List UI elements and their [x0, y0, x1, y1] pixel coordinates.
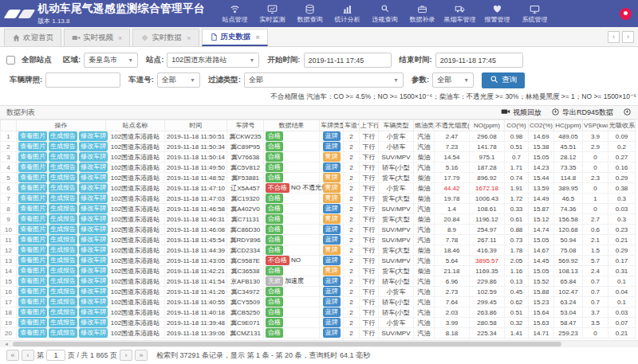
action-button-修改车牌[interactable]: 修改车牌	[79, 235, 108, 245]
action-button-修改车牌[interactable]: 修改车牌	[79, 214, 108, 224]
action-button-修改车牌[interactable]: 修改车牌	[79, 225, 108, 234]
action-button-生成报告[interactable]: 生成报告	[49, 276, 77, 286]
last-page-button[interactable]: »	[135, 350, 148, 361]
action-button-修改车牌[interactable]: 修改车牌	[79, 183, 108, 193]
tab-close-icon[interactable]: ×	[256, 33, 260, 41]
nav-item-报警管理[interactable]: 报警管理	[478, 4, 516, 23]
action-button-生成报告[interactable]: 生成报告	[49, 297, 77, 307]
param-select[interactable]: 全部 ▼	[432, 72, 474, 88]
action-button-修改车牌[interactable]: 修改车牌	[79, 204, 108, 213]
scrollbar-left-arrow-icon[interactable]: ◂	[2, 341, 11, 347]
nav-item-黑烟车管理[interactable]: 黑烟车管理	[441, 4, 478, 23]
action-button-生成报告[interactable]: 生成报告	[49, 173, 77, 182]
action-button-生成报告[interactable]: 生成报告	[49, 328, 77, 338]
action-button-生成报告[interactable]: 生成报告	[49, 183, 77, 193]
action-button-修改车牌[interactable]: 修改车牌	[79, 245, 108, 255]
action-button-修改车牌[interactable]: 修改车牌	[79, 276, 108, 286]
nav-item-数据补录[interactable]: 数据补录	[404, 4, 441, 23]
action-button-生成报告[interactable]: 生成报告	[49, 307, 77, 317]
action-button-查看图片[interactable]: 查看图片	[18, 307, 47, 317]
action-button-查看图片[interactable]: 查看图片	[18, 287, 47, 296]
action-button-修改车牌[interactable]: 修改车牌	[79, 297, 108, 307]
tab-scroll-left-icon[interactable]: ‹	[608, 31, 620, 43]
tab-实时数据[interactable]: 实时数据×	[132, 29, 199, 46]
start-time-input[interactable]: 2019-11-11 17:45	[304, 53, 392, 68]
scrollbar-thumb[interactable]	[13, 342, 561, 346]
all-sites-checkbox[interactable]	[6, 56, 15, 65]
action-button-生成报告[interactable]: 生成报告	[49, 214, 77, 224]
action-button-修改车牌[interactable]: 修改车牌	[79, 328, 108, 338]
action-button-生成报告[interactable]: 生成报告	[49, 131, 77, 141]
lane-select[interactable]: 全部 ▼	[157, 72, 200, 88]
action-button-修改车牌[interactable]: 修改车牌	[79, 142, 108, 151]
action-button-查看图片[interactable]: 查看图片	[18, 204, 47, 213]
action-button-修改车牌[interactable]: 修改车牌	[79, 266, 108, 276]
action-button-查看图片[interactable]: 查看图片	[18, 214, 47, 224]
filter-type-select[interactable]: 全部 ▼	[244, 72, 404, 88]
page-number-input[interactable]	[46, 350, 65, 361]
action-button-生成报告[interactable]: 生成报告	[49, 245, 77, 255]
action-button-修改车牌[interactable]: 修改车牌	[79, 307, 108, 317]
action-button-查看图片[interactable]: 查看图片	[18, 194, 47, 203]
tab-scroll-right-icon[interactable]: ›	[622, 31, 634, 43]
action-button-查看图片[interactable]: 查看图片	[18, 173, 47, 182]
action-button-修改车牌[interactable]: 修改车牌	[79, 194, 108, 203]
action-button-修改车牌[interactable]: 修改车牌	[79, 162, 108, 172]
action-button-查看图片[interactable]: 查看图片	[18, 152, 47, 162]
action-button-查看图片[interactable]: 查看图片	[18, 225, 47, 234]
plate-input[interactable]	[45, 72, 120, 88]
action-button-修改车牌[interactable]: 修改车牌	[79, 152, 108, 162]
action-button-生成报告[interactable]: 生成报告	[49, 225, 77, 234]
more-tools-icon[interactable]	[623, 108, 632, 118]
nav-item-站点管理[interactable]: 站点管理	[216, 4, 254, 23]
action-button-修改车牌[interactable]: 修改车牌	[79, 318, 108, 327]
action-button-修改车牌[interactable]: 修改车牌	[79, 173, 108, 182]
end-time-input[interactable]: 2019-11-18 17:45	[435, 53, 523, 68]
action-button-生成报告[interactable]: 生成报告	[49, 142, 77, 151]
action-button-生成报告[interactable]: 生成报告	[49, 204, 77, 213]
action-button-生成报告[interactable]: 生成报告	[49, 194, 77, 203]
tab-历史数据[interactable]: 历史数据×	[202, 29, 268, 46]
search-button[interactable]: 查询	[482, 72, 525, 88]
action-button-查看图片[interactable]: 查看图片	[18, 328, 47, 338]
action-button-查看图片[interactable]: 查看图片	[18, 266, 47, 276]
next-page-button[interactable]: ›	[120, 350, 132, 361]
nav-item-统计分析[interactable]: 统计分析	[329, 4, 366, 23]
nav-item-违规查询[interactable]: 违规查询	[366, 4, 404, 23]
action-button-生成报告[interactable]: 生成报告	[49, 162, 77, 172]
action-button-生成报告[interactable]: 生成报告	[49, 318, 77, 327]
export-data-button[interactable]: 导出RD945数据	[551, 108, 613, 118]
action-button-查看图片[interactable]: 查看图片	[18, 245, 47, 255]
prev-page-button[interactable]: ‹	[22, 350, 34, 361]
action-button-查看图片[interactable]: 查看图片	[18, 276, 47, 286]
tab-close-icon[interactable]: ×	[187, 34, 191, 42]
tab-欢迎首页[interactable]: 欢迎首页	[4, 29, 61, 46]
video-playback-button[interactable]: 视频回放	[501, 107, 542, 118]
action-button-查看图片[interactable]: 查看图片	[18, 318, 47, 327]
action-button-查看图片[interactable]: 查看图片	[18, 235, 47, 245]
tab-实时视频[interactable]: 实时视频×	[64, 29, 130, 46]
first-page-button[interactable]: «	[6, 350, 19, 361]
action-button-查看图片[interactable]: 查看图片	[18, 183, 47, 193]
action-button-生成报告[interactable]: 生成报告	[49, 287, 77, 296]
tab-close-icon[interactable]: ×	[118, 34, 122, 42]
action-button-修改车牌[interactable]: 修改车牌	[79, 256, 108, 265]
nav-item-数据查询[interactable]: 数据查询	[291, 4, 329, 23]
action-button-查看图片[interactable]: 查看图片	[18, 142, 47, 151]
horizontal-scrollbar[interactable]: ◂	[0, 340, 638, 347]
action-button-生成报告[interactable]: 生成报告	[49, 235, 77, 245]
action-button-生成报告[interactable]: 生成报告	[49, 152, 77, 162]
action-button-查看图片[interactable]: 查看图片	[18, 162, 47, 172]
location-pin-icon[interactable]	[620, 8, 632, 20]
nav-item-实时监测[interactable]: 实时监测	[254, 4, 291, 23]
nav-item-系统管理[interactable]: 系统管理	[516, 4, 553, 23]
station-select[interactable]: 102国道东港路站 ▼	[167, 53, 259, 68]
action-button-修改车牌[interactable]: 修改车牌	[79, 131, 108, 141]
action-button-生成报告[interactable]: 生成报告	[49, 256, 77, 265]
action-button-查看图片[interactable]: 查看图片	[18, 256, 47, 265]
action-button-查看图片[interactable]: 查看图片	[18, 131, 47, 141]
action-button-修改车牌[interactable]: 修改车牌	[79, 287, 108, 296]
action-button-查看图片[interactable]: 查看图片	[18, 297, 47, 307]
action-button-生成报告[interactable]: 生成报告	[49, 266, 77, 276]
region-select[interactable]: 秦皇岛市 ▼	[84, 53, 138, 68]
